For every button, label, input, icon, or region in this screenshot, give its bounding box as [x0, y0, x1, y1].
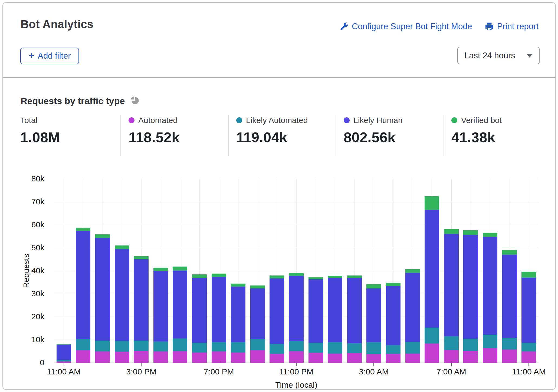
bar-segment-likely-automated[interactable]	[521, 343, 536, 351]
bar-segment-verified-bot[interactable]	[115, 245, 129, 249]
bar-segment-verified-bot[interactable]	[463, 230, 478, 235]
bar-6-00-pm-7[interactable]	[192, 274, 207, 363]
bar-segment-likely-automated[interactable]	[95, 341, 110, 352]
bar-segment-verified-bot[interactable]	[444, 229, 459, 234]
bar-segment-likely-human[interactable]	[521, 278, 536, 343]
bar-segment-verified-bot[interactable]	[328, 276, 342, 278]
bar-9-00-am-22[interactable]	[483, 233, 497, 363]
bar-1-00-pm-2[interactable]	[95, 234, 110, 363]
bar-segment-automated[interactable]	[115, 352, 129, 363]
bar-segment-likely-automated[interactable]	[425, 328, 439, 344]
bar-segment-likely-automated[interactable]	[153, 341, 168, 351]
bar-2-00-am-15[interactable]	[347, 275, 362, 363]
bar-segment-likely-human[interactable]	[425, 210, 439, 328]
bar-segment-automated[interactable]	[463, 351, 478, 363]
bar-segment-likely-human[interactable]	[347, 278, 362, 343]
bar-segment-automated[interactable]	[212, 351, 226, 363]
add-filter-button[interactable]: + Add filter	[20, 48, 79, 64]
bar-segment-verified-bot[interactable]	[405, 269, 420, 273]
bar-segment-likely-human[interactable]	[192, 278, 207, 343]
bar-segment-likely-automated[interactable]	[347, 343, 362, 353]
bar-segment-automated[interactable]	[502, 350, 517, 363]
bar-4-00-am-17[interactable]	[386, 283, 401, 363]
bar-segment-likely-human[interactable]	[405, 273, 420, 342]
bar-segment-verified-bot[interactable]	[134, 256, 149, 259]
bar-segment-automated[interactable]	[76, 350, 90, 363]
bar-segment-verified-bot[interactable]	[231, 284, 245, 287]
bar-segment-likely-automated[interactable]	[502, 338, 517, 350]
bar-segment-verified-bot[interactable]	[483, 233, 497, 237]
bar-segment-likely-human[interactable]	[250, 288, 265, 339]
bar-1-00-am-14[interactable]	[328, 276, 342, 363]
bar-segment-likely-human[interactable]	[289, 276, 304, 341]
bar-segment-verified-bot[interactable]	[386, 283, 401, 286]
bar-segment-likely-human[interactable]	[231, 287, 245, 342]
bar-segment-verified-bot[interactable]	[212, 274, 226, 277]
bar-segment-likely-automated[interactable]	[444, 336, 459, 350]
stat-automated[interactable]: Automated118.52k	[129, 116, 180, 145]
bar-segment-likely-human[interactable]	[328, 278, 342, 342]
bar-6-00-am-19[interactable]	[425, 196, 439, 363]
bar-4-00-pm-5[interactable]	[153, 268, 168, 363]
bar-segment-verified-bot[interactable]	[502, 250, 517, 255]
bar-segment-likely-automated[interactable]	[463, 339, 478, 351]
bar-segment-automated[interactable]	[405, 354, 420, 363]
bar-segment-verified-bot[interactable]	[521, 272, 536, 278]
bar-segment-likely-automated[interactable]	[134, 341, 149, 351]
bar-segment-likely-automated[interactable]	[115, 341, 129, 352]
bar-segment-automated[interactable]	[366, 354, 381, 363]
bar-segment-likely-automated[interactable]	[328, 342, 342, 354]
bar-segment-automated[interactable]	[250, 350, 265, 363]
bar-segment-likely-automated[interactable]	[405, 342, 420, 354]
bar-segment-automated[interactable]	[192, 353, 207, 363]
bar-8-00-pm-9[interactable]	[231, 284, 245, 363]
bar-segment-automated[interactable]	[95, 351, 110, 363]
bar-segment-verified-bot[interactable]	[308, 277, 323, 279]
stat-likely-automated[interactable]: Likely Automated119.04k	[236, 116, 308, 145]
bar-segment-likely-human[interactable]	[57, 345, 71, 360]
bar-8-00-am-21[interactable]	[463, 230, 478, 363]
bar-segment-likely-human[interactable]	[386, 286, 401, 345]
bar-segment-likely-human[interactable]	[76, 231, 90, 339]
bar-segment-likely-automated[interactable]	[173, 338, 187, 351]
bar-segment-likely-human[interactable]	[463, 235, 478, 338]
bar-segment-verified-bot[interactable]	[153, 268, 168, 271]
bar-9-00-pm-10[interactable]	[250, 285, 265, 363]
bar-segment-verified-bot[interactable]	[270, 275, 284, 278]
bar-10-00-pm-11[interactable]	[270, 275, 284, 363]
bar-5-00-pm-6[interactable]	[173, 267, 187, 363]
bar-segment-verified-bot[interactable]	[95, 234, 110, 238]
bar-segment-automated[interactable]	[425, 344, 439, 363]
bar-segment-likely-automated[interactable]	[386, 345, 401, 354]
bar-segment-verified-bot[interactable]	[425, 196, 439, 210]
bar-segment-likely-human[interactable]	[212, 277, 226, 342]
bar-segment-verified-bot[interactable]	[173, 267, 187, 271]
bar-5-00-am-18[interactable]	[405, 269, 420, 363]
bar-segment-likely-human[interactable]	[444, 234, 459, 336]
bar-segment-automated[interactable]	[328, 354, 342, 363]
bar-segment-likely-human[interactable]	[173, 271, 187, 338]
bar-segment-automated[interactable]	[153, 351, 168, 363]
stat-likely-human[interactable]: Likely Human802.56k	[344, 116, 403, 145]
bar-11-00-am-24[interactable]	[521, 272, 536, 363]
bar-segment-likely-human[interactable]	[270, 278, 284, 344]
bar-segment-likely-automated[interactable]	[231, 342, 245, 352]
bar-segment-likely-automated[interactable]	[483, 335, 497, 348]
bar-segment-verified-bot[interactable]	[192, 274, 207, 278]
bar-segment-automated[interactable]	[386, 354, 401, 363]
bar-segment-likely-automated[interactable]	[76, 339, 90, 351]
bar-segment-likely-automated[interactable]	[289, 341, 304, 351]
bar-segment-likely-human[interactable]	[308, 279, 323, 343]
bar-segment-likely-automated[interactable]	[308, 343, 323, 353]
bar-segment-likely-human[interactable]	[153, 271, 168, 341]
bar-3-00-am-16[interactable]	[366, 284, 381, 363]
bar-segment-likely-human[interactable]	[134, 259, 149, 341]
bar-segment-likely-automated[interactable]	[270, 344, 284, 354]
bar-segment-verified-bot[interactable]	[347, 275, 362, 278]
bar-3-00-pm-4[interactable]	[134, 256, 149, 363]
stat-verified-bot[interactable]: Verified bot41.38k	[451, 116, 502, 145]
bar-11-00-am-0[interactable]	[57, 344, 71, 363]
bar-segment-automated[interactable]	[289, 351, 304, 363]
print-report-link[interactable]: Print report	[485, 22, 539, 31]
bar-segment-verified-bot[interactable]	[250, 285, 265, 288]
